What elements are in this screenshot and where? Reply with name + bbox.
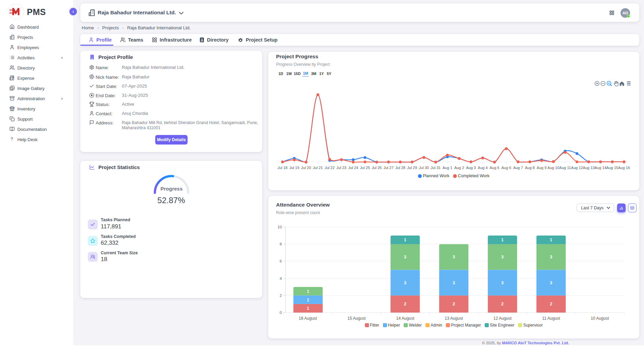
- svg-text:3: 3: [501, 281, 504, 285]
- svg-text:Jul 20: Jul 20: [301, 166, 311, 170]
- svg-text:12 August: 12 August: [494, 316, 512, 321]
- svg-text:16 August: 16 August: [299, 316, 317, 321]
- svg-text:Jul 26: Jul 26: [372, 166, 382, 170]
- svg-text:6: 6: [280, 259, 282, 263]
- svg-text:1: 1: [501, 238, 504, 242]
- svg-text:Aug 12: Aug 12: [571, 166, 583, 170]
- svg-text:2: 2: [280, 293, 282, 298]
- svg-text:Aug 4: Aug 4: [478, 166, 488, 170]
- svg-text:3: 3: [453, 281, 455, 285]
- svg-text:Jul 27: Jul 27: [384, 166, 393, 170]
- svg-text:Jul 25: Jul 25: [360, 166, 370, 170]
- svg-text:Jul 18: Jul 18: [277, 166, 287, 170]
- svg-text:Aug 8: Aug 8: [525, 166, 535, 170]
- svg-text:Jul 24: Jul 24: [348, 166, 358, 170]
- svg-text:3: 3: [501, 255, 504, 259]
- svg-text:Aug 9: Aug 9: [537, 166, 547, 170]
- svg-text:Jul 28: Jul 28: [395, 166, 405, 170]
- svg-text:1: 1: [404, 238, 406, 242]
- svg-text:3: 3: [550, 281, 552, 285]
- svg-text:Aug 11: Aug 11: [559, 166, 571, 170]
- svg-text:Jul 31: Jul 31: [431, 166, 440, 170]
- svg-text:Aug 14: Aug 14: [595, 166, 607, 170]
- svg-text:Jul 21: Jul 21: [313, 166, 323, 170]
- svg-text:10: 10: [277, 225, 282, 229]
- svg-text:Jul 29: Jul 29: [407, 166, 417, 170]
- svg-text:Aug 2: Aug 2: [454, 166, 464, 170]
- svg-text:Jul 19: Jul 19: [289, 166, 299, 170]
- svg-text:2: 2: [550, 302, 552, 306]
- svg-text:Aug 15: Aug 15: [606, 166, 618, 170]
- svg-text:8: 8: [280, 242, 282, 246]
- svg-text:Aug 3: Aug 3: [466, 166, 476, 170]
- svg-text:3: 3: [404, 281, 406, 285]
- svg-text:2: 2: [404, 302, 406, 306]
- svg-text:Aug 7: Aug 7: [513, 166, 523, 170]
- svg-text:1: 1: [307, 306, 309, 311]
- svg-text:13 August: 13 August: [445, 316, 463, 321]
- svg-text:Aug 5: Aug 5: [489, 166, 499, 170]
- svg-text:Aug 13: Aug 13: [583, 166, 595, 170]
- svg-text:Jul 30: Jul 30: [419, 166, 429, 170]
- svg-text:10 August: 10 August: [591, 316, 609, 321]
- svg-text:0: 0: [280, 311, 282, 315]
- svg-text:1: 1: [307, 298, 309, 302]
- svg-text:1: 1: [307, 289, 309, 294]
- svg-text:3: 3: [550, 255, 552, 259]
- svg-text:Jul 23: Jul 23: [336, 166, 346, 170]
- svg-text:2: 2: [453, 302, 455, 306]
- svg-text:Aug 10: Aug 10: [547, 166, 559, 170]
- svg-text:Aug 6: Aug 6: [501, 166, 511, 170]
- svg-text:Jul 22: Jul 22: [325, 166, 335, 170]
- svg-text:1: 1: [550, 238, 552, 242]
- svg-text:Aug 16: Aug 16: [618, 166, 630, 170]
- svg-text:11 August: 11 August: [542, 316, 560, 321]
- svg-text:3: 3: [404, 255, 406, 259]
- svg-text:15 August: 15 August: [348, 316, 366, 321]
- svg-text:Aug 1: Aug 1: [442, 166, 452, 170]
- svg-text:14 August: 14 August: [396, 316, 415, 321]
- svg-text:3: 3: [453, 255, 455, 259]
- svg-text:2: 2: [501, 302, 504, 306]
- svg-text:4: 4: [280, 276, 282, 281]
